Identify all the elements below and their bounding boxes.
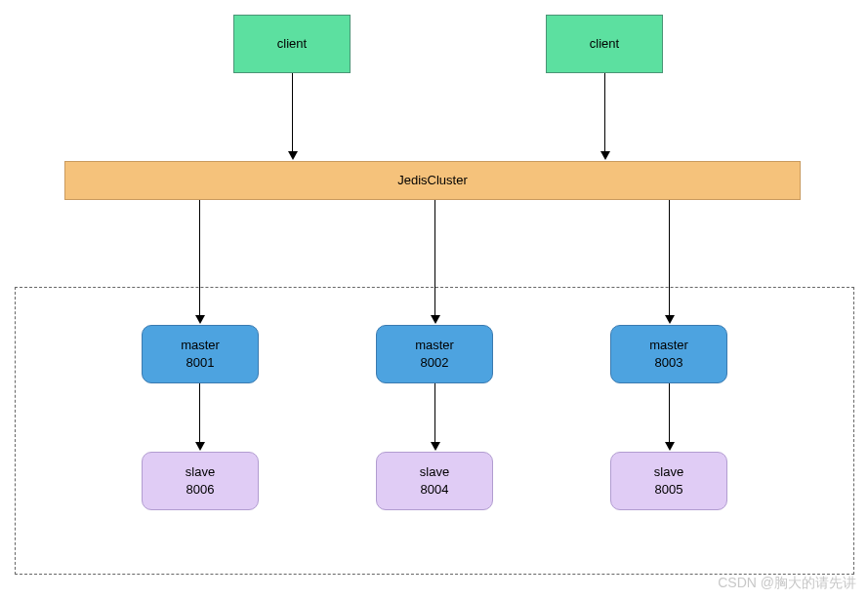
arrow-line [604,73,605,153]
arrow-head-icon [600,151,610,160]
slave-port: 8005 [655,481,683,499]
arrow-line [669,383,670,444]
slave-port: 8006 [186,481,215,499]
watermark: CSDN @胸大的请先讲 [718,575,856,592]
arrow-head-icon [665,442,675,451]
slave-node-2: slave 8004 [376,452,493,510]
master-port: 8003 [655,354,683,372]
slave-port: 8004 [421,481,449,499]
slave-node-3: slave 8005 [610,452,727,510]
master-port: 8002 [421,354,449,372]
slave-label: slave [186,463,215,481]
arrow-head-icon [288,151,298,160]
master-node-2: master 8002 [376,325,493,383]
arrow-line [292,73,293,153]
jedis-cluster-box: JedisCluster [64,161,801,200]
client-label: client [277,35,307,53]
cluster-label: JedisCluster [397,172,468,189]
master-port: 8001 [186,354,215,372]
arrow-head-icon [431,442,440,451]
slave-label: slave [654,463,683,481]
architecture-diagram: client client JedisCluster master 8001 m… [0,0,868,600]
master-label: master [181,337,220,354]
client-box-2: client [546,15,663,73]
slave-node-1: slave 8006 [142,452,259,510]
client-label: client [590,35,619,53]
arrow-head-icon [195,442,205,451]
slave-label: slave [420,463,449,481]
master-label: master [649,337,688,354]
arrow-line [199,383,200,444]
master-label: master [415,337,454,354]
arrow-line [434,383,435,444]
master-node-3: master 8003 [610,325,727,383]
master-node-1: master 8001 [142,325,259,383]
client-box-1: client [233,15,351,73]
